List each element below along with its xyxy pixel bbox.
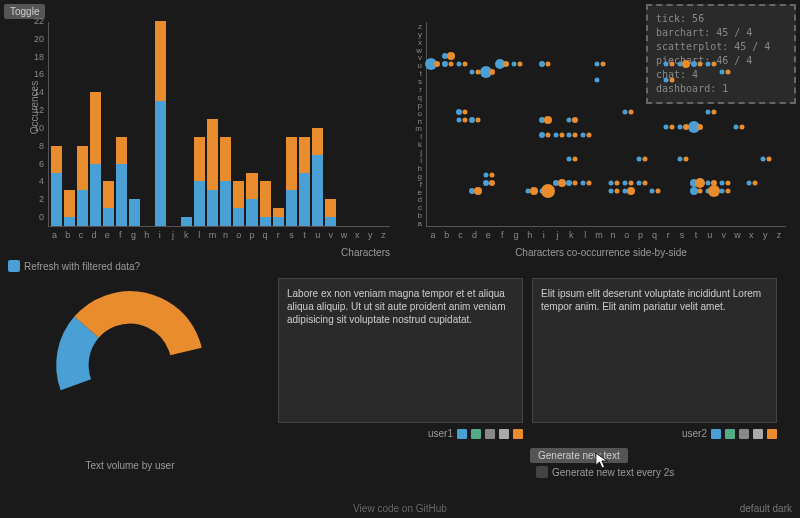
scatter-point — [572, 117, 578, 123]
chat-user1[interactable]: Labore ex non veniam magna tempor et et … — [278, 278, 523, 423]
scatter-point — [719, 188, 724, 193]
scatter-point — [456, 109, 462, 115]
bar-x-tick: g — [127, 230, 140, 240]
scatter-point — [711, 109, 716, 114]
barchart-x-labels: abcdefghijklmnopqrstuvwxyz — [48, 230, 390, 240]
scatter-point — [581, 180, 586, 185]
swatch-lightgrey[interactable] — [499, 429, 509, 439]
bar-column — [103, 181, 114, 226]
scatter-point — [490, 172, 495, 177]
scatter-point — [767, 156, 772, 161]
scatter-point — [476, 117, 481, 122]
scatter-point — [470, 70, 475, 75]
bar-x-tick: c — [74, 230, 87, 240]
swatch-orange[interactable] — [767, 429, 777, 439]
scatter-point — [642, 156, 647, 161]
scatter-point — [705, 109, 710, 114]
scatter-point — [462, 109, 467, 114]
refresh-checkbox-row[interactable]: Refresh with filtered data? — [8, 260, 140, 272]
bar-x-tick: t — [298, 230, 311, 240]
bar-column — [220, 137, 231, 226]
scatter-x-tick: e — [481, 230, 495, 240]
scatter-point — [474, 187, 482, 195]
scatter-x-tick: l — [578, 230, 592, 240]
scatter-point — [469, 117, 475, 123]
scatter-point — [698, 62, 703, 67]
scatter-x-tick: b — [440, 230, 454, 240]
checkbox-checked-icon[interactable] — [8, 260, 20, 272]
scatter-point — [434, 61, 440, 67]
scatter-point — [567, 117, 572, 122]
scatter-point — [698, 188, 703, 193]
scatter-point — [684, 156, 689, 161]
bar-column — [233, 181, 244, 226]
scatter-point — [539, 132, 545, 138]
theme-label[interactable]: default dark — [740, 503, 792, 514]
scatter-point — [670, 62, 675, 67]
scatter-point — [678, 156, 683, 161]
scatter-point — [691, 61, 697, 67]
scatter-point — [566, 180, 572, 186]
bar-x-tick: q — [259, 230, 272, 240]
swatch-orange[interactable] — [513, 429, 523, 439]
swatch-green[interactable] — [471, 429, 481, 439]
scatter-point — [622, 109, 627, 114]
scatter-point — [664, 78, 669, 83]
scatter-y-tick: t — [420, 69, 422, 78]
generate-checkbox-label: Generate new text every 2s — [552, 467, 674, 478]
bar-x-tick: l — [193, 230, 206, 240]
bar-column — [181, 217, 192, 226]
scatter-point — [567, 133, 572, 138]
swatch-green[interactable] — [725, 429, 735, 439]
scatter-title: Characters co-occurrence side-by-side — [412, 247, 790, 258]
generate-button[interactable]: Generate new text — [530, 448, 628, 463]
scatter-point — [587, 180, 592, 185]
bar-x-tick: n — [219, 230, 232, 240]
bar-x-tick: o — [232, 230, 245, 240]
scatter-x-tick: o — [620, 230, 634, 240]
scatter-y-tick: w — [416, 45, 422, 54]
scatter-y-tick: p — [418, 100, 422, 109]
bar-x-tick: i — [153, 230, 166, 240]
refresh-label: Refresh with filtered data? — [24, 261, 140, 272]
scatter-point — [733, 125, 738, 130]
scatter-y-tick: e — [418, 187, 422, 196]
bar-column — [116, 137, 127, 226]
swatch-blue[interactable] — [457, 429, 467, 439]
scatter-point — [442, 61, 448, 67]
scatter-point — [503, 61, 509, 67]
bar-x-tick: j — [166, 230, 179, 240]
scatter-x-tick: z — [772, 230, 786, 240]
generate-checkbox-row[interactable]: Generate new text every 2s — [536, 466, 674, 478]
scatter-point — [695, 178, 705, 188]
scatter-point — [622, 180, 627, 185]
chat-user1-bar: user1 — [278, 428, 523, 439]
scatter-point — [650, 188, 655, 193]
scatter-point — [683, 124, 689, 130]
scatter-x-tick: k — [564, 230, 578, 240]
scatter-x-tick: j — [551, 230, 565, 240]
scatter-x-tick: s — [675, 230, 689, 240]
swatch-grey[interactable] — [739, 429, 749, 439]
scatter-point — [489, 69, 495, 75]
bar-y-tick: 18 — [34, 52, 44, 62]
scatter-x-tick: u — [703, 230, 717, 240]
scatter-x-tick: f — [495, 230, 509, 240]
scatter-point — [476, 70, 481, 75]
swatch-lightgrey[interactable] — [753, 429, 763, 439]
swatch-blue[interactable] — [711, 429, 721, 439]
bar-column — [155, 21, 166, 226]
scatter-point — [484, 172, 489, 177]
footer-link[interactable]: View code on GitHub — [0, 503, 800, 514]
bar-column — [51, 146, 62, 226]
chat-user2[interactable]: Elit ipsum elit deserunt voluptate incid… — [532, 278, 777, 423]
bar-x-tick: k — [180, 230, 193, 240]
checkbox-unchecked-icon[interactable] — [536, 466, 548, 478]
pie-svg — [40, 275, 220, 455]
scatter-point — [567, 156, 572, 161]
scatter-x-tick: i — [537, 230, 551, 240]
scatter-point — [587, 133, 592, 138]
scatter-point — [711, 180, 717, 186]
scatter-y-tick: d — [418, 195, 422, 204]
swatch-grey[interactable] — [485, 429, 495, 439]
